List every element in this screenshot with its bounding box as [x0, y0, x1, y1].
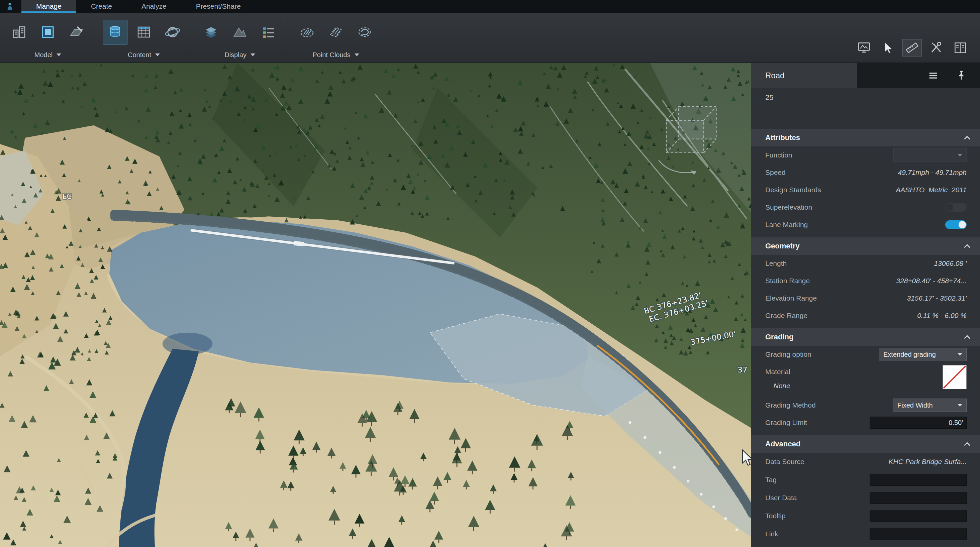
grading-option-dropdown[interactable]: Extended grading	[879, 348, 967, 361]
point-cloud-terrain-icon[interactable]	[295, 20, 320, 45]
display-group-label: Display	[224, 51, 247, 59]
chevron-down-icon	[355, 54, 359, 56]
point-clouds-group-label: Point Clouds	[312, 51, 350, 59]
lane-marking-toggle[interactable]	[945, 220, 967, 229]
section-geometry[interactable]: Geometry	[751, 237, 980, 255]
app-logo-icon[interactable]	[0, 0, 21, 13]
toggle-knob	[959, 221, 966, 228]
section-grading[interactable]: Grading	[751, 328, 980, 346]
panel-spacer	[751, 107, 980, 129]
station-label: 37	[738, 365, 748, 374]
section-grading-title: Grading	[765, 333, 793, 341]
viewport-scene: EC BC 376+23.82' EC. 376+03.25' 375+00.0…	[0, 63, 751, 547]
terrain-icon[interactable]	[228, 20, 252, 45]
chevron-down-icon	[155, 54, 160, 56]
data-source-label: Data Source	[765, 458, 804, 466]
ribbon-group-model: Model	[0, 13, 95, 62]
station-label: EC	[62, 192, 72, 200]
speed-value: 49.71mph - 49.71mph	[898, 169, 967, 177]
tab-analyze[interactable]: Analyze	[127, 0, 181, 13]
section-attributes-title: Attributes	[765, 134, 800, 142]
panel-header: Road	[751, 63, 980, 88]
chevron-down-icon	[57, 54, 61, 56]
panel-tab-road[interactable]: Road	[751, 63, 857, 88]
row-grading-option: Grading option Extended grading	[751, 346, 980, 363]
chevron-up-icon	[964, 335, 970, 341]
menu-icon[interactable]	[926, 69, 940, 82]
row-function: Function	[751, 146, 980, 164]
chevron-down-icon	[251, 54, 255, 56]
user-data-input[interactable]	[870, 492, 967, 504]
chevron-down-icon	[958, 404, 962, 407]
tag-label: Tag	[765, 476, 776, 484]
section-advanced[interactable]: Advanced	[751, 435, 980, 453]
row-elevation-range: Elevation Range 3156.17' - 3502.31'	[751, 289, 980, 307]
side-panels-icon[interactable]	[951, 39, 970, 57]
data-sources-icon[interactable]	[103, 20, 127, 45]
grading-limit-input[interactable]	[870, 417, 967, 429]
model-buildings-icon[interactable]	[7, 20, 32, 45]
material-swatch[interactable]	[943, 365, 967, 389]
row-grading-limit: Grading Limit	[751, 414, 980, 431]
row-link: Link	[751, 525, 980, 543]
row-superelevation: Superelevation	[751, 199, 980, 216]
chevron-down-icon	[958, 154, 962, 156]
model-explorer-globe-icon[interactable]	[160, 20, 185, 45]
tag-input[interactable]	[870, 474, 967, 486]
tab-create[interactable]: Create	[76, 0, 127, 13]
surface-layers-icon[interactable]	[199, 20, 223, 45]
section-attributes[interactable]: Attributes	[751, 129, 980, 146]
row-material: Material None	[751, 363, 980, 396]
coverages-icon[interactable]	[64, 20, 89, 45]
point-clouds-group-dropdown[interactable]: Point Clouds	[312, 48, 359, 61]
tools-icon[interactable]	[926, 39, 946, 57]
ribbon-toolbar: Model Content	[0, 13, 980, 63]
length-label: Length	[765, 259, 787, 267]
data-source-value: KHC Park Bridge Surfa...	[889, 458, 967, 466]
legend-icon[interactable]	[256, 20, 281, 45]
model-group-dropdown[interactable]: Model	[35, 48, 61, 61]
link-input[interactable]	[870, 528, 967, 540]
chevron-down-icon	[958, 353, 962, 356]
tab-present-share[interactable]: Present/Share	[181, 0, 256, 13]
app-window: Manage Create Analyze Present/Share Mode…	[0, 0, 980, 547]
ribbon-group-content: Content	[96, 13, 192, 62]
chevron-up-icon	[964, 442, 970, 448]
properties-panel: Road 25 Attributes Function	[751, 63, 980, 547]
select-cursor-icon[interactable]	[878, 39, 898, 57]
viewport-tools	[854, 13, 980, 62]
row-design-standards: Design Standards AASHTO_Metric_2011	[751, 181, 980, 199]
superelevation-label: Superelevation	[765, 203, 812, 211]
section-geometry-title: Geometry	[765, 242, 800, 250]
grading-option-label: Grading option	[765, 350, 811, 358]
grade-range-label: Grade Range	[765, 312, 807, 320]
row-user-data: User Data	[751, 489, 980, 507]
ribbon-group-point-clouds: Point Clouds	[288, 13, 383, 62]
station-range-value: 328+08.40' - 458+74...	[896, 277, 967, 285]
function-dropdown[interactable]	[893, 148, 967, 162]
pin-icon[interactable]	[955, 69, 968, 82]
road-name: 25	[751, 88, 980, 107]
viewport-3d[interactable]: EC BC 376+23.82' EC. 376+03.25' 375+00.0…	[0, 63, 751, 547]
tab-manage[interactable]: Manage	[21, 0, 76, 13]
data-table-icon[interactable]	[132, 20, 156, 45]
content-group-dropdown[interactable]: Content	[128, 48, 160, 61]
tooltip-input[interactable]	[870, 510, 967, 522]
grading-method-dropdown[interactable]: Fixed Width	[893, 399, 967, 412]
render-settings-icon[interactable]	[854, 39, 873, 57]
superelevation-toggle[interactable]	[945, 203, 967, 211]
row-station-range: Station Range 328+08.40' - 458+74...	[751, 272, 980, 289]
function-label: Function	[765, 151, 792, 159]
point-cloud-convert-icon[interactable]	[352, 20, 377, 45]
panel-title: Road	[765, 71, 784, 80]
point-cloud-features-icon[interactable]	[323, 20, 348, 45]
content-group-label: Content	[128, 51, 151, 59]
row-length: Length 13066.08 '	[751, 255, 980, 272]
row-speed: Speed 49.71mph - 49.71mph	[751, 164, 980, 181]
measure-icon[interactable]	[902, 39, 922, 57]
material-label: Material	[765, 368, 791, 376]
proposals-icon[interactable]	[35, 20, 60, 45]
grading-limit-label: Grading Limit	[765, 418, 807, 427]
row-lane-marking: Lane Marking	[751, 216, 980, 234]
display-group-dropdown[interactable]: Display	[224, 48, 255, 61]
